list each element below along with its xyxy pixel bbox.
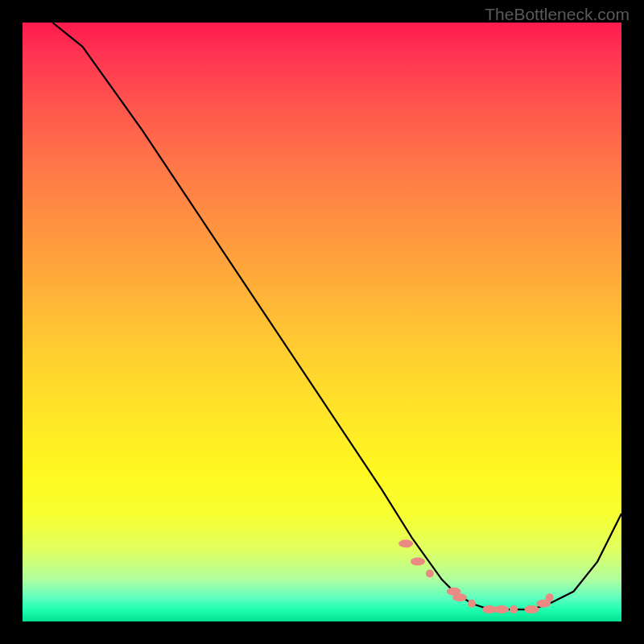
curve-marker — [411, 558, 425, 566]
curve-marker — [546, 593, 554, 601]
curve-marker — [524, 605, 539, 613]
curve-marker — [398, 539, 413, 547]
watermark-text: TheBottleneck.com — [485, 5, 630, 24]
plot-gradient-background — [23, 23, 621, 621]
curve-marker — [452, 593, 467, 601]
curve-marker — [494, 605, 509, 613]
curve-marker — [426, 570, 434, 578]
bottleneck-curve — [52, 23, 621, 609]
curve-marker — [468, 600, 476, 608]
chart-svg — [23, 23, 621, 621]
curve-marker — [510, 605, 518, 613]
